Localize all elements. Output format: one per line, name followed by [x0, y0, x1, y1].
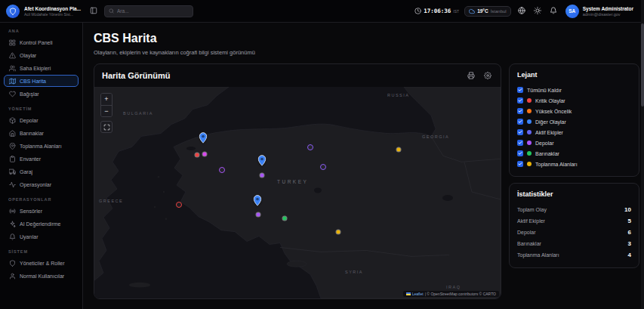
sidebar-item-ba-lar[interactable]: Bağışlar — [4, 88, 79, 100]
legend-checkbox[interactable] — [517, 97, 523, 104]
print-map-button[interactable] — [466, 70, 476, 81]
legend-item-depolar[interactable]: Depolar — [517, 138, 631, 148]
sidebar-item-label: Barınaklar — [20, 131, 44, 136]
map-country-label: GEORGIA — [422, 134, 449, 139]
notifications-button[interactable] — [548, 6, 559, 17]
ukraine-flag-icon — [406, 292, 411, 295]
weather-badge[interactable]: 19°C İstanbul — [464, 6, 511, 17]
sidebar-item-garaj[interactable]: Garaj — [4, 165, 79, 178]
weather-city: İstanbul — [491, 9, 507, 14]
scrollbar-thumb[interactable] — [641, 23, 644, 107]
sidebar-item-normal-kullan-c-lar[interactable]: Normal Kullanıcılar — [4, 270, 79, 282]
search-box[interactable] — [104, 5, 193, 17]
map-country-label: TURKEY — [277, 179, 308, 184]
map-settings-button[interactable] — [482, 70, 493, 81]
zoom-in-button[interactable]: + — [101, 94, 112, 105]
legend-checkbox[interactable] — [517, 87, 523, 93]
legend-color-dot — [527, 141, 532, 145]
map-marker-dot[interactable] — [196, 153, 199, 157]
legend-checkbox[interactable] — [517, 108, 523, 114]
sidebar-item-toplanma-alanlar[interactable]: Toplanma Alanları — [4, 140, 79, 152]
legend-checkbox[interactable] — [517, 129, 523, 135]
user-menu[interactable]: SA System Administrator admin@disaster.g… — [565, 5, 633, 18]
map-marker-dot[interactable] — [337, 230, 340, 234]
sidebar-item-label: Toplanma Alanları — [20, 144, 62, 149]
legend-item-aktif-ekipler[interactable]: Aktif Ekipler — [517, 127, 631, 138]
map-marker-pin[interactable] — [254, 195, 262, 206]
heart-icon — [9, 91, 16, 97]
map-marker-ring[interactable] — [320, 164, 326, 170]
page-scrollbar[interactable] — [641, 0, 644, 309]
map-marker-dot[interactable] — [257, 213, 260, 217]
legend-checkbox[interactable] — [517, 161, 523, 167]
legend-checkbox[interactable] — [517, 140, 523, 146]
app-title: Afet Koordinasyon Pla... — [24, 6, 81, 11]
sidebar-item-envanter[interactable]: Envanter — [4, 153, 79, 165]
sidebar-item-cbs-harita[interactable]: CBS Harita — [4, 75, 79, 87]
map-marker-dot[interactable] — [397, 148, 401, 152]
sidebar-item-bar-naklar[interactable]: Barınaklar — [4, 127, 79, 139]
map-card-title: Harita Görünümü — [102, 71, 460, 80]
map-marker-dot[interactable] — [260, 174, 264, 178]
map-marker-pin[interactable] — [258, 155, 267, 166]
map-country-label: GREECE — [99, 199, 123, 203]
legend-item-t-m-n-kald-r[interactable]: Tümünü Kaldır — [517, 85, 631, 95]
map-marker-pin[interactable] — [199, 132, 208, 144]
zoom-out-button[interactable]: − — [101, 105, 112, 116]
legend-checkbox[interactable] — [517, 150, 523, 156]
theme-toggle-button[interactable] — [532, 6, 543, 17]
sidebar-item-label: Operasyonlar — [20, 182, 51, 187]
map-marker-ring[interactable] — [219, 167, 225, 173]
stat-row-depolar: Depolar6 — [517, 227, 631, 238]
sidebar-item-label: CBS Harita — [20, 79, 46, 84]
sidebar-item-sens-rler[interactable]: Sensörler — [4, 205, 79, 217]
map-marker-dot[interactable] — [283, 217, 287, 221]
legend-item-kritik-olaylar[interactable]: Kritik Olaylar — [517, 95, 631, 106]
sidebar-item-uyar-lar[interactable]: Uyarılar — [4, 230, 79, 243]
legend-item-label: Kritik Olaylar — [535, 98, 565, 104]
settings-icon — [484, 70, 491, 82]
pin-icon — [9, 143, 16, 150]
legend-title: Lejant — [517, 71, 631, 79]
legend-item-di-er-olaylar[interactable]: Diğer Olaylar — [517, 116, 631, 127]
sidebar-item-ai-de-erlendirme[interactable]: AI Değerlendirme — [4, 218, 79, 230]
stat-value: 6 — [628, 229, 631, 236]
content-row: Harita Görünümü — [94, 63, 633, 299]
map-marker-ring[interactable] — [307, 144, 313, 150]
page-subtitle: Olayların, ekiplerin ve kaynakların coğr… — [94, 49, 633, 56]
legend-item-toplanma-alanlar[interactable]: Toplanma Alanları — [517, 159, 631, 169]
map-icon — [9, 78, 16, 85]
legend-item-y-ksek-ncelik[interactable]: Yüksek Öncelik — [517, 106, 631, 116]
app-subtitle: Acil Müdahale Yönetim Sist... — [24, 12, 81, 17]
map-country-label: IRAQ — [446, 285, 461, 289]
leaflet-link[interactable]: Leaflet — [412, 292, 424, 296]
sidebar-item-depolar[interactable]: Depolar — [4, 114, 79, 126]
map-marker-ring[interactable] — [176, 202, 182, 208]
app-brand[interactable]: Afet Koordinasyon Pla... Acil Müdahale Y… — [6, 5, 82, 18]
alert-icon — [9, 52, 16, 59]
sidebar-toggle-button[interactable] — [88, 5, 99, 17]
sidebar-item-olaylar[interactable]: Olaylar — [4, 49, 79, 61]
sidebar-section-label: ANA — [8, 29, 74, 33]
map-marker-dot[interactable] — [203, 153, 207, 156]
stat-label: Depolar — [517, 230, 536, 235]
fullscreen-button[interactable] — [100, 121, 112, 133]
stat-value: 4 — [628, 252, 631, 258]
map-canvas[interactable]: RUSSIABULGARIAGEORGIATURKEYGREECESYRIAIR… — [94, 87, 501, 298]
zoom-control: + − — [100, 93, 112, 117]
sidebar-item-saha-ekipleri[interactable]: Saha Ekipleri — [4, 62, 79, 74]
users-icon — [9, 65, 16, 72]
stat-value: 10 — [624, 206, 631, 213]
sidebar-item-label: Sensörler — [20, 209, 42, 214]
legend-item-bar-naklar[interactable]: Barınaklar — [517, 148, 631, 159]
stat-row-aktif-ekipler: Aktif Ekipler5 — [517, 215, 631, 227]
search-input[interactable] — [117, 8, 189, 14]
legend-color-dot — [527, 119, 532, 124]
legend-checkbox[interactable] — [517, 119, 523, 125]
sidebar-item-y-neticiler-roller[interactable]: Yöneticiler & Roller — [4, 257, 79, 269]
map-attribution: Leaflet | © OpenStreetMap contributors ©… — [403, 291, 499, 297]
sidebar-item-label: Garaj — [20, 169, 32, 175]
sidebar-item-kontrol-paneli[interactable]: Kontrol Paneli — [4, 36, 79, 48]
language-button[interactable] — [516, 6, 527, 17]
sidebar-item-operasyonlar[interactable]: Operasyonlar — [4, 178, 79, 190]
